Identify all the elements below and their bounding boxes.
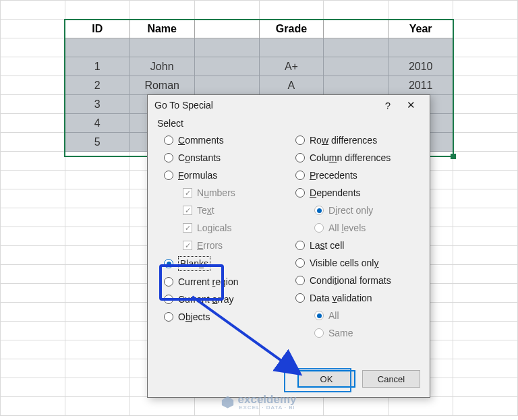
check-logicals: ✓Logicals: [157, 219, 289, 237]
help-button[interactable]: ?: [378, 100, 397, 111]
radio-comments[interactable]: CCommentsomments: [157, 131, 289, 149]
radio-precedents[interactable]: Precedents: [289, 167, 420, 184]
go-to-special-dialog: Go To Special ? ✕ Select CCommentsomment…: [147, 94, 430, 398]
table-header-row: ID Name Grade Year: [1, 20, 518, 38]
radio-dependents[interactable]: Dependents: [289, 184, 420, 202]
radio-column-differences[interactable]: Column differences: [289, 149, 420, 167]
watermark-tagline: EXCEL · DATA · BI: [238, 405, 297, 411]
col-year: Year: [388, 20, 453, 38]
radio-current-region[interactable]: Current region: [157, 273, 289, 291]
check-numbers: ✓Numbers: [157, 184, 289, 202]
select-section-label: Select: [157, 118, 420, 129]
watermark: exceldemy EXCEL · DATA · BI: [222, 394, 297, 411]
col-blank2: [324, 20, 388, 38]
radio-direct-only: Direct only: [289, 202, 420, 219]
cancel-button[interactable]: Cancel: [362, 370, 420, 388]
col-blank1: [194, 20, 259, 38]
radio-objects[interactable]: Objects: [157, 308, 289, 326]
radio-all: All: [289, 307, 420, 324]
radio-data-validation[interactable]: Data validation: [289, 289, 420, 307]
dialog-title: Go To Special: [154, 100, 213, 111]
check-errors: ✓Errors: [157, 237, 289, 254]
table-row: 1JohnA+2010: [1, 57, 518, 76]
col-name: Name: [130, 20, 194, 38]
close-button[interactable]: ✕: [397, 99, 424, 111]
ok-button[interactable]: OK: [297, 370, 355, 388]
radio-blanks[interactable]: Blanks: [157, 254, 289, 273]
table-row: 2RomanA2011: [1, 76, 518, 95]
watermark-icon: [222, 396, 234, 409]
radio-same: Same: [289, 324, 420, 342]
col-id: ID: [65, 20, 130, 38]
col-grade: Grade: [259, 20, 324, 38]
radio-conditional-formats[interactable]: Conditional formats: [289, 272, 420, 289]
table-row: [1, 38, 518, 57]
radio-last-cell[interactable]: Last cell: [289, 237, 420, 254]
radio-formulas[interactable]: Formulas: [157, 167, 289, 184]
radio-current-array[interactable]: Current array: [157, 291, 289, 308]
radio-all-levels: All levels: [289, 219, 420, 237]
radio-visible-cells[interactable]: Visible cells only: [289, 254, 420, 272]
radio-row-differences[interactable]: Row differences: [289, 131, 420, 149]
radio-constants[interactable]: Constants: [157, 149, 289, 167]
check-text: ✓Text: [157, 202, 289, 219]
